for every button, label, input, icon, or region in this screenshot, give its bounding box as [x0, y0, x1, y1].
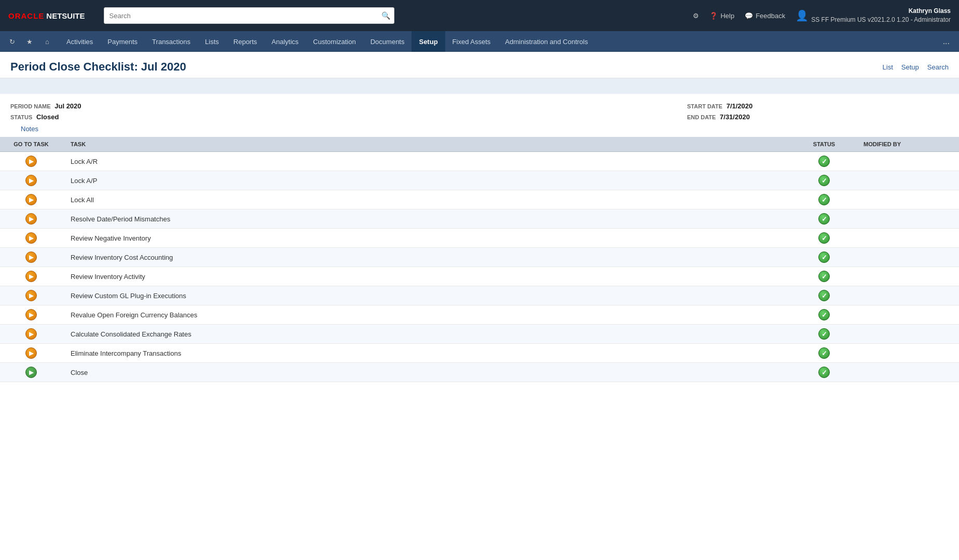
task-name-cell: Revalue Open Foreign Currency Balances	[62, 305, 793, 325]
modified-by-cell	[855, 344, 959, 363]
nav-item-transactions[interactable]: Transactions	[145, 31, 198, 52]
nav-item-activities[interactable]: Activities	[59, 31, 100, 52]
go-to-task-icon[interactable]: ▶	[25, 309, 37, 320]
status-cell: ✓	[793, 305, 855, 325]
col-header-go-to-task: GO TO TASK	[0, 137, 62, 152]
start-date-label: START DATE	[687, 103, 722, 109]
search-container: 🔍	[104, 7, 394, 24]
task-table: GO TO TASK TASK STATUS MODIFIED BY ▶Lock…	[0, 137, 959, 382]
table-header-row: GO TO TASK TASK STATUS MODIFIED BY	[0, 137, 959, 152]
status-check-icon: ✓	[818, 290, 830, 301]
nav-icons: ↻ ★ ⌂	[4, 34, 55, 49]
modified-by-cell	[855, 209, 959, 229]
task-name-cell: Review Negative Inventory	[62, 229, 793, 248]
info-bar	[0, 78, 959, 94]
status-check-icon: ✓	[818, 367, 830, 378]
go-to-task-icon[interactable]: ▶	[25, 271, 37, 282]
status-cell: ✓	[793, 229, 855, 248]
table-row: ▶Lock All✓	[0, 190, 959, 209]
go-to-task-cell: ▶	[0, 248, 62, 267]
status-cell: ✓	[793, 267, 855, 286]
settings-icon: ⚙	[693, 12, 699, 20]
history-icon-button[interactable]: ↻	[4, 34, 20, 49]
task-name-cell: Lock A/R	[62, 152, 793, 171]
task-name-cell: Review Custom GL Plug-in Executions	[62, 286, 793, 305]
page-header: Period Close Checklist: Jul 2020 List Se…	[0, 52, 959, 78]
go-to-task-icon[interactable]: ▶	[25, 367, 37, 378]
go-to-task-icon[interactable]: ▶	[25, 213, 37, 225]
status-cell: ✓	[793, 209, 855, 229]
table-row: ▶Resolve Date/Period Mismatches✓	[0, 209, 959, 229]
table-row: ▶Revalue Open Foreign Currency Balances✓	[0, 305, 959, 325]
nav-item-fixed-assets[interactable]: Fixed Assets	[445, 31, 498, 52]
logo: ORACLE NETSUITE	[8, 11, 85, 20]
nav-item-admin[interactable]: Administration and Controls	[498, 31, 595, 52]
nav-item-payments[interactable]: Payments	[100, 31, 145, 52]
modified-by-cell	[855, 152, 959, 171]
nav-item-analytics[interactable]: Analytics	[264, 31, 306, 52]
list-link[interactable]: List	[883, 63, 893, 71]
task-name-cell: Lock All	[62, 190, 793, 209]
modified-by-cell	[855, 325, 959, 344]
go-to-task-icon[interactable]: ▶	[25, 175, 37, 186]
status-check-icon: ✓	[818, 328, 830, 340]
nav-more-button[interactable]: ...	[938, 37, 955, 46]
modified-by-cell	[855, 171, 959, 190]
search-input[interactable]	[104, 7, 394, 24]
task-name-cell: Lock A/P	[62, 171, 793, 190]
go-to-task-icon[interactable]: ▶	[25, 232, 37, 244]
go-to-task-icon[interactable]: ▶	[25, 290, 37, 301]
start-date-value: 7/1/2020	[727, 102, 753, 110]
go-to-task-icon[interactable]: ▶	[25, 347, 37, 359]
modified-by-cell	[855, 190, 959, 209]
go-to-task-icon[interactable]: ▶	[25, 194, 37, 205]
table-row: ▶Calculate Consolidated Exchange Rates✓	[0, 325, 959, 344]
feedback-icon: 💬	[745, 12, 753, 20]
modified-by-cell	[855, 305, 959, 325]
status-check-icon: ✓	[818, 271, 830, 282]
table-row: ▶Review Inventory Cost Accounting✓	[0, 248, 959, 267]
nav-item-reports[interactable]: Reports	[226, 31, 265, 52]
status-cell: ✓	[793, 152, 855, 171]
go-to-task-icon[interactable]: ▶	[25, 328, 37, 340]
settings-button[interactable]: ⚙	[693, 12, 699, 20]
search-link[interactable]: Search	[927, 63, 949, 71]
nav-item-setup[interactable]: Setup	[412, 31, 445, 52]
status-check-icon: ✓	[818, 156, 830, 167]
status-check-icon: ✓	[818, 213, 830, 225]
period-name-row: PERIOD NAME Jul 2020	[10, 102, 480, 110]
nav-item-lists[interactable]: Lists	[198, 31, 226, 52]
nav-bar: ↻ ★ ⌂ Activities Payments Transactions L…	[0, 31, 959, 52]
favorites-icon-button[interactable]: ★	[22, 34, 37, 49]
top-bar-actions: ⚙ ❓ Help 💬 Feedback 👤 Kathryn Glass SS F…	[693, 7, 951, 24]
go-to-task-icon[interactable]: ▶	[25, 156, 37, 167]
notes-link[interactable]: Notes	[21, 125, 480, 133]
help-button[interactable]: ❓ Help	[709, 12, 734, 20]
page-title: Period Close Checklist: Jul 2020	[10, 60, 186, 74]
status-cell: ✓	[793, 325, 855, 344]
modified-by-cell	[855, 248, 959, 267]
status-value: Closed	[36, 113, 59, 121]
help-label: Help	[720, 12, 734, 20]
go-to-task-cell: ▶	[0, 267, 62, 286]
table-row: ▶Review Custom GL Plug-in Executions✓	[0, 286, 959, 305]
table-row: ▶Review Negative Inventory✓	[0, 229, 959, 248]
page-header-actions: List Setup Search	[883, 63, 949, 71]
nav-items: Activities Payments Transactions Lists R…	[59, 31, 595, 52]
end-date-value: 7/31/2020	[720, 113, 750, 121]
setup-link[interactable]: Setup	[901, 63, 919, 71]
user-menu[interactable]: 👤 Kathryn Glass SS FF Premium US v2021.2…	[796, 7, 951, 24]
modified-by-cell	[855, 229, 959, 248]
go-to-task-cell: ▶	[0, 229, 62, 248]
status-cell: ✓	[793, 171, 855, 190]
nav-item-customization[interactable]: Customization	[306, 31, 363, 52]
table-row: ▶Close✓	[0, 363, 959, 382]
table-row: ▶Lock A/R✓	[0, 152, 959, 171]
nav-item-documents[interactable]: Documents	[363, 31, 412, 52]
status-cell: ✓	[793, 286, 855, 305]
go-to-task-icon[interactable]: ▶	[25, 251, 37, 263]
start-date-row: START DATE 7/1/2020	[687, 102, 949, 110]
feedback-button[interactable]: 💬 Feedback	[745, 12, 785, 20]
task-name-cell: Close	[62, 363, 793, 382]
home-icon-button[interactable]: ⌂	[39, 34, 55, 49]
